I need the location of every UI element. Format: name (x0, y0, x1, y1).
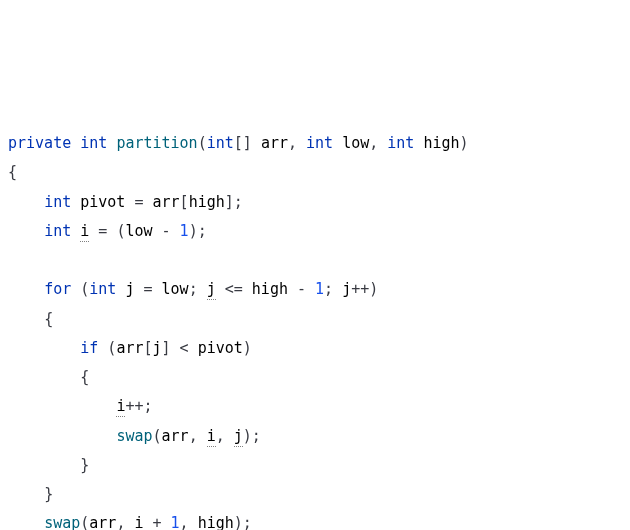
code-line-6: for (int j = low; j <= high - 1; j++) (8, 275, 622, 304)
code-line-14: swap(arr, i + 1, high); (8, 509, 622, 530)
code-line-10: i++; (8, 392, 622, 421)
keyword: private (8, 134, 71, 152)
var-j: j (234, 427, 243, 447)
type: int (80, 134, 107, 152)
code-line-1: private int partition(int[] arr, int low… (8, 129, 622, 158)
var-i: i (207, 427, 216, 447)
code-line-3: int pivot = arr[high]; (8, 188, 622, 217)
var-j: j (207, 280, 216, 300)
code-line-2: { (8, 158, 622, 187)
code-line-7: { (8, 305, 622, 334)
var-i: i (80, 222, 89, 242)
code-line-5 (8, 246, 622, 275)
code-line-11: swap(arr, i, j); (8, 422, 622, 451)
code-line-9: { (8, 363, 622, 392)
code-line-4: int i = (low - 1); (8, 217, 622, 246)
code-line-8: if (arr[j] < pivot) (8, 334, 622, 363)
code-line-12: } (8, 451, 622, 480)
code-block: private int partition(int[] arr, int low… (8, 129, 622, 530)
function-name: partition (116, 134, 197, 152)
code-line-13: } (8, 480, 622, 509)
